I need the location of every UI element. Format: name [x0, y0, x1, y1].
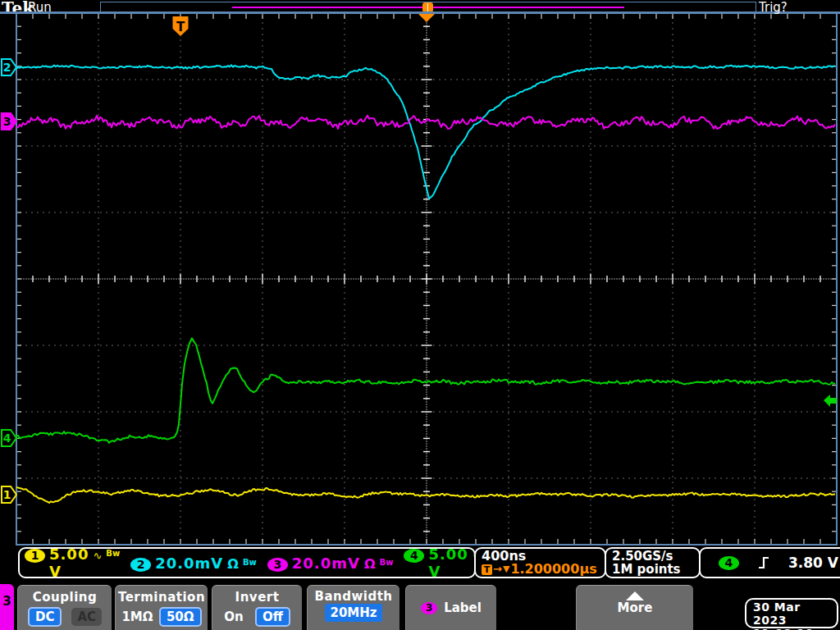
grid-dot	[363, 278, 363, 279]
grid-dot	[590, 533, 591, 534]
grid-dot	[426, 256, 427, 257]
termination-button[interactable]: Termination 1MΩ 50Ω	[115, 585, 208, 630]
grid-dot	[672, 436, 673, 436]
grid-dot	[672, 315, 673, 316]
grid-dot	[653, 278, 654, 279]
invert-button[interactable]: Invert On Off	[212, 585, 302, 630]
grid-dot	[385, 278, 386, 279]
grid-dot	[732, 411, 733, 412]
grid-dot	[611, 278, 612, 279]
grid-dot	[387, 145, 388, 146]
grid-dot	[98, 183, 98, 184]
grid-dot	[344, 413, 345, 413]
grid-dot	[423, 464, 430, 465]
grid-dot	[422, 345, 432, 345]
grid-dot	[344, 407, 345, 408]
grid-dot	[262, 367, 262, 368]
grid-dot	[344, 246, 345, 247]
grid-dot	[423, 132, 430, 133]
grid-dot	[536, 345, 537, 345]
termination-50-option[interactable]: 50Ω	[159, 607, 202, 627]
grid-dot	[600, 145, 600, 146]
grid-dot	[98, 74, 98, 75]
grid-dot	[180, 91, 180, 92]
grid-dot	[485, 212, 486, 212]
grid-dot	[426, 406, 427, 407]
grid-dot	[344, 372, 345, 373]
trigger-readout[interactable]: 4 3.80 V	[699, 547, 840, 578]
horizontal-readout[interactable]: 400ns T → ▼ 1.200000µs	[474, 547, 606, 578]
bandwidth-value[interactable]: 20MHz	[325, 604, 381, 622]
grid-dot	[754, 430, 755, 431]
ch3-readout[interactable]: 3 20.0mV Ω Bw	[267, 555, 394, 572]
coupling-ac-option[interactable]: AC	[71, 608, 102, 626]
ch2-readout[interactable]: 2 20.0mV Ω Bw	[130, 555, 257, 572]
acquisition-readout[interactable]: 2.50GS/s 1M points	[605, 547, 701, 578]
label-button[interactable]: 3 Label	[405, 585, 496, 630]
grid-dot	[475, 539, 476, 544]
bandwidth-button[interactable]: Bandwidth 20MHz	[307, 585, 399, 630]
grid-dot	[344, 28, 345, 29]
more-button[interactable]: More	[576, 585, 693, 630]
ch2-badge[interactable]: 2	[130, 558, 151, 572]
grid-dot	[611, 345, 612, 345]
grid-dot	[749, 477, 750, 478]
grid-dot	[594, 477, 595, 478]
grid-dot	[426, 74, 427, 75]
termination-1m-option[interactable]: 1MΩ	[121, 609, 153, 624]
grid-dot	[192, 145, 193, 146]
grid-dot	[508, 516, 509, 517]
grid-dot	[152, 212, 153, 212]
trigger-position-line	[427, 3, 428, 11]
trigger-source-badge[interactable]: 4	[719, 556, 739, 570]
grid-dot	[508, 166, 509, 167]
grid-dot	[617, 145, 618, 146]
ch4-badge[interactable]: 4	[404, 549, 424, 563]
up-arrow-icon	[626, 591, 644, 600]
grid-dot	[146, 477, 147, 478]
grid-dot	[278, 539, 279, 544]
grid-dot	[562, 278, 563, 279]
grid-dot	[422, 145, 432, 146]
grid-dot	[180, 361, 180, 362]
grid-dot	[381, 145, 382, 146]
grid-dot	[180, 229, 180, 230]
grid-dot	[226, 79, 227, 80]
grid-dot	[262, 349, 262, 350]
grid-dot	[180, 206, 180, 207]
grid-dot	[382, 278, 383, 279]
grid-dot	[766, 145, 767, 146]
ch3-badge[interactable]: 3	[267, 558, 288, 572]
coupling-button[interactable]: Coupling DC AC	[17, 585, 112, 630]
grid-dot	[772, 145, 773, 146]
grid-dot	[226, 477, 227, 478]
grid-dot	[754, 45, 755, 46]
grid-dot	[77, 411, 78, 412]
coupling-dc-option[interactable]: DC	[28, 607, 62, 627]
invert-off-option[interactable]: Off	[255, 607, 290, 627]
grid-dot	[318, 477, 319, 478]
invert-on-option[interactable]: On	[224, 609, 243, 624]
grid-dot	[749, 345, 750, 345]
grid-dot	[508, 154, 509, 155]
grid-dot	[238, 212, 239, 212]
grid-dot	[180, 459, 180, 459]
grid-dot	[215, 145, 216, 146]
grid-dot	[135, 477, 135, 478]
grid-dot	[358, 411, 359, 412]
grid-dot	[426, 441, 427, 441]
grid-dot	[508, 189, 509, 189]
grid-dot	[83, 212, 84, 212]
grid-dot	[692, 278, 693, 279]
grid-dot	[37, 145, 38, 146]
grid-dot	[313, 212, 313, 212]
grid-dot	[508, 378, 509, 379]
trigger-level-arrow[interactable]	[824, 395, 837, 407]
channel-readout-bar[interactable]: 1 5.00 V ∿ Bw 2 20.0mV Ω Bw 3 20.0mV Ω B…	[18, 547, 476, 578]
grid-dot	[423, 106, 430, 107]
grid-dot	[446, 278, 447, 279]
grid-dot	[426, 91, 427, 92]
grid-dot	[23, 278, 24, 279]
ch1-badge[interactable]: 1	[25, 549, 45, 563]
ch1-readout[interactable]: 1 5.00 V ∿ Bw	[25, 546, 120, 580]
